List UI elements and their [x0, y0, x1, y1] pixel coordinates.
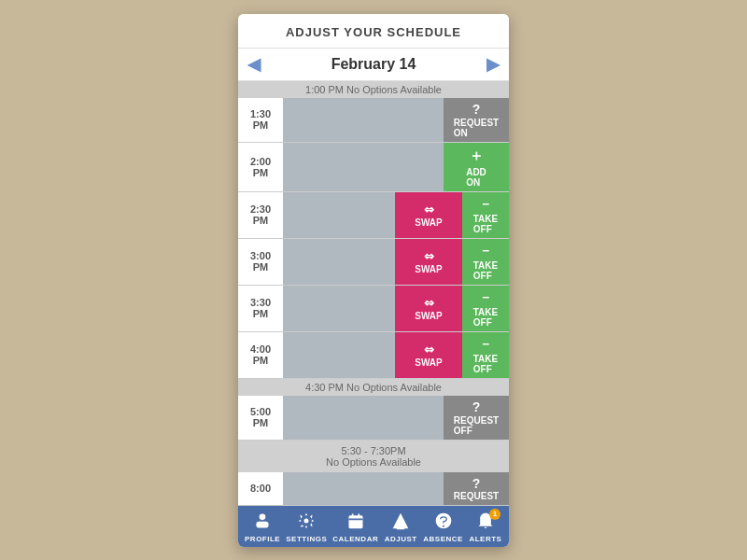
swap-label: SWAP — [415, 357, 442, 368]
svg-point-0 — [260, 513, 266, 520]
calendar-icon — [346, 511, 365, 533]
current-date: February 14 — [331, 56, 416, 73]
actions-400pm: ⇔ SWAP － TAKEOFF — [395, 332, 509, 378]
nav-absence-label: ABSENCE — [423, 535, 463, 543]
nav-alerts[interactable]: 1 ALERTS — [469, 511, 502, 543]
shift-bar-400pm — [283, 332, 395, 378]
next-date-arrow[interactable]: ▶ — [486, 54, 500, 75]
nav-adjust-label: ADJUST — [385, 535, 417, 543]
absence-icon — [434, 511, 453, 533]
time-300pm: 3:00PM — [238, 239, 283, 285]
adjust-icon — [391, 511, 410, 533]
swap-button-330pm[interactable]: ⇔ SWAP — [395, 286, 462, 331]
nav-adjust[interactable]: ADJUST — [384, 511, 417, 543]
actions-800: ? REQUEST — [444, 472, 509, 505]
actions-130pm: ? REQUESTON — [444, 98, 509, 142]
shift-bar-230pm — [283, 192, 395, 238]
nav-calendar-label: CALENDAR — [332, 535, 378, 543]
actions-200pm: ＋ ADDON — [444, 143, 509, 191]
row-500pm: 5:00PM ? REQUESTOFF — [238, 396, 509, 441]
request-on-button-130pm[interactable]: ? REQUESTON — [444, 98, 509, 142]
take-off-label: TAKEOFF — [473, 354, 498, 374]
shift-bar-500pm — [283, 396, 444, 440]
question-icon: ? — [472, 399, 481, 414]
svg-rect-1 — [256, 521, 268, 527]
add-on-label: ADDON — [466, 167, 486, 188]
schedule-content: 1:00 PM No Options Available 1:30PM ? RE… — [238, 81, 509, 506]
time-400pm: 4:00PM — [238, 332, 283, 378]
plus-icon: ＋ — [469, 147, 484, 166]
time-130pm: 1:30PM — [238, 98, 283, 142]
shift-bar-200pm — [283, 143, 444, 191]
time-230pm: 2:30PM — [238, 192, 283, 238]
row-130pm: 1:30PM ? REQUESTON — [238, 98, 509, 143]
take-off-label: TAKEOFF — [473, 260, 498, 281]
no-options-1pm: 1:00 PM No Options Available — [238, 81, 509, 98]
swap-label: SWAP — [415, 311, 442, 321]
nav-calendar[interactable]: CALENDAR — [332, 511, 378, 543]
profile-icon — [253, 511, 272, 533]
row-330pm: 3:30PM ⇔ SWAP － TAKEOFF — [238, 286, 509, 332]
no-options-430pm: 4:30 PM No Options Available — [238, 379, 509, 396]
svg-rect-3 — [348, 515, 362, 528]
request-button-800[interactable]: ? REQUEST — [444, 472, 509, 505]
row-200pm: 2:00PM ＋ ADDON — [238, 143, 509, 192]
nav-absence[interactable]: ABSENCE — [423, 511, 463, 543]
swap-label: SWAP — [415, 264, 442, 274]
nav-profile[interactable]: PROFILE — [245, 511, 280, 543]
no-options-530-line2: No Options Available — [238, 456, 509, 468]
request-off-label: REQUESTOFF — [454, 415, 499, 436]
time-330pm: 3:30PM — [238, 286, 283, 331]
row-400pm: 4:00PM ⇔ SWAP － TAKEOFF — [238, 332, 509, 379]
take-off-button-330pm[interactable]: － TAKEOFF — [462, 286, 509, 331]
shift-bar-300pm — [283, 239, 395, 285]
take-off-label: TAKEOFF — [473, 214, 498, 234]
nav-alerts-label: ALERTS — [469, 535, 501, 543]
take-off-label: TAKEOFF — [473, 307, 498, 328]
phone-container: ADJUST YOUR SCHEDULE ◀ February 14 ▶ 1:0… — [238, 14, 509, 547]
no-options-530-line1: 5:30 - 7:30PM — [238, 445, 509, 456]
request-off-button-500pm[interactable]: ? REQUESTOFF — [444, 396, 509, 440]
swap-label: SWAP — [415, 217, 442, 228]
row-300pm: 3:00PM ⇔ SWAP － TAKEOFF — [238, 239, 509, 286]
question-icon: ? — [472, 476, 481, 491]
page-title: ADJUST YOUR SCHEDULE — [286, 25, 461, 39]
bottom-nav: PROFILE SETTINGS CALENDAR — [238, 506, 509, 547]
minus-icon: － — [479, 243, 492, 259]
swap-icon: ⇔ — [424, 249, 434, 263]
header: ADJUST YOUR SCHEDULE — [238, 14, 509, 49]
minus-icon: － — [479, 336, 492, 353]
time-800: 8:00 — [238, 472, 283, 505]
take-off-button-230pm[interactable]: － TAKEOFF — [462, 192, 509, 238]
shift-bar-330pm — [283, 286, 395, 331]
swap-button-300pm[interactable]: ⇔ SWAP — [395, 239, 462, 285]
actions-300pm: ⇔ SWAP － TAKEOFF — [395, 239, 509, 285]
svg-point-2 — [304, 518, 309, 523]
shift-bar-130pm — [283, 98, 444, 142]
question-icon: ? — [472, 102, 481, 117]
row-800: 8:00 ? REQUEST — [238, 472, 509, 506]
swap-button-230pm[interactable]: ⇔ SWAP — [395, 192, 462, 238]
minus-icon: － — [479, 289, 492, 306]
shift-bar-800 — [283, 472, 444, 505]
swap-icon: ⇔ — [424, 296, 434, 310]
minus-icon: － — [479, 196, 492, 213]
prev-date-arrow[interactable]: ◀ — [247, 54, 261, 75]
take-off-button-400pm[interactable]: － TAKEOFF — [462, 332, 509, 378]
alerts-badge: 1 — [489, 509, 500, 520]
settings-icon — [297, 511, 316, 533]
swap-icon: ⇔ — [424, 203, 434, 217]
request-on-label: REQUESTON — [454, 118, 499, 138]
date-nav: ◀ February 14 ▶ — [238, 49, 509, 81]
actions-330pm: ⇔ SWAP － TAKEOFF — [395, 286, 509, 331]
time-200pm: 2:00PM — [238, 143, 283, 191]
time-500pm: 5:00PM — [238, 396, 283, 440]
request-partial-label: REQUEST — [454, 491, 499, 501]
add-on-button-200pm[interactable]: ＋ ADDON — [444, 143, 509, 191]
swap-button-400pm[interactable]: ⇔ SWAP — [395, 332, 462, 378]
no-options-530pm: 5:30 - 7:30PM No Options Available — [238, 441, 509, 472]
nav-settings[interactable]: SETTINGS — [286, 511, 327, 543]
actions-500pm: ? REQUESTOFF — [444, 396, 509, 440]
swap-icon: ⇔ — [424, 343, 434, 357]
take-off-button-300pm[interactable]: － TAKEOFF — [462, 239, 509, 285]
